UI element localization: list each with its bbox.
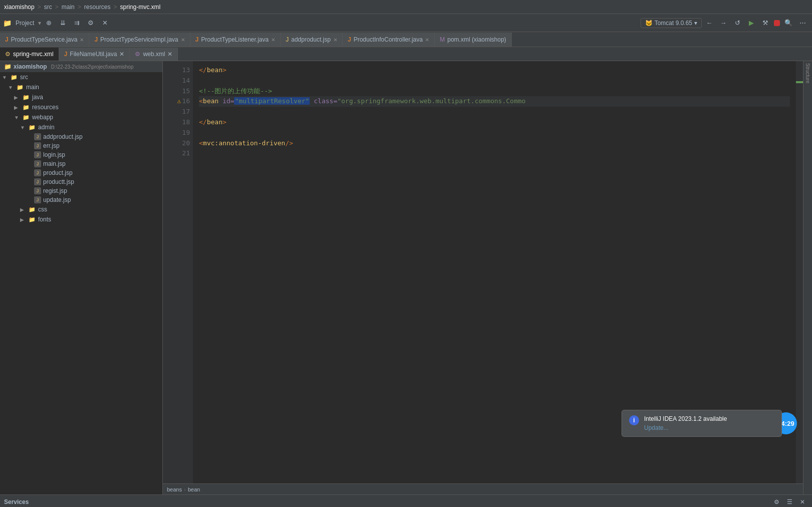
tomcat-dropdown-icon: ▾	[694, 20, 697, 27]
add-config-button[interactable]: ⊕	[42, 17, 55, 30]
close-panel-button[interactable]: ✕	[98, 17, 111, 30]
expand-all-button[interactable]: ⇊	[56, 17, 69, 30]
tab-label: pom.xml (xiaomishop)	[447, 36, 506, 43]
code-line-20: <mvc:annotation-driven/>	[199, 138, 790, 149]
notification-update-link[interactable]: Update...	[644, 424, 774, 431]
nav-forward-button[interactable]: →	[717, 17, 730, 30]
java-icon: J	[348, 36, 351, 43]
tab-close-icon[interactable]: ✕	[119, 51, 124, 58]
tree-css[interactable]: ▶ 📁 css	[0, 204, 162, 214]
notification-icon: i	[629, 415, 639, 425]
folder-icon: 📁	[28, 123, 36, 131]
breadcrumb-beans[interactable]: beans	[167, 486, 182, 492]
dropdown-icon: ▾	[38, 20, 41, 27]
build-button[interactable]: ⚒	[759, 17, 772, 30]
tab-close-icon[interactable]: ✕	[333, 37, 337, 43]
breadcrumb-bean[interactable]: bean	[188, 486, 200, 492]
code-line-19	[199, 128, 790, 138]
line-numbers: 13 14 15 ⚠16 17 18 19 20 21	[163, 61, 193, 483]
search-everywhere-button[interactable]: 🔍	[782, 17, 795, 30]
code-line-16: <bean id="multipartResolver" class="org.…	[199, 96, 790, 107]
tree-fonts[interactable]: ▶ 📁 fonts	[0, 214, 162, 224]
tree-label: admin	[38, 124, 55, 131]
title-part-2: main	[62, 4, 75, 11]
tree-update-jsp[interactable]: J update.jsp	[0, 195, 162, 204]
tab-ProductTypeListener[interactable]: J ProductTypeListener.java ✕	[190, 33, 281, 47]
arrow-icon: ▼	[2, 75, 8, 80]
file-icon: J	[34, 133, 41, 140]
tree-label: java	[32, 94, 43, 101]
arrow-icon: ▶	[14, 105, 20, 110]
file-icon: J	[34, 151, 41, 158]
folder-icon: 📁	[28, 215, 36, 223]
reload-button[interactable]: ↺	[731, 17, 744, 30]
more-actions-button[interactable]: ⋯	[796, 17, 809, 30]
tab-ProductTypeServiceImpl[interactable]: J ProductTypeServiceImpl.java ✕	[89, 33, 190, 47]
tree-main[interactable]: ▼ 📁 main	[0, 82, 162, 92]
tree-webapp[interactable]: ▼ 📁 webapp	[0, 112, 162, 122]
tab-FileNameUtil[interactable]: J FileNameUtil.java ✕	[59, 48, 130, 61]
tab-spring-mvc[interactable]: ⚙ spring-mvc.xml	[0, 48, 59, 61]
tree-product-jsp[interactable]: J product.jsp	[0, 168, 162, 177]
code-line-14	[199, 76, 790, 86]
project-icon: 📁	[3, 19, 12, 27]
tree-label: regist.jsp	[43, 187, 67, 194]
tab-close-icon[interactable]: ✕	[80, 37, 84, 43]
folder-icon: 📁	[22, 113, 30, 121]
stop-button[interactable]	[774, 20, 780, 26]
file-tabs-row1: J ProductTypeService.java ✕ J ProductTyp…	[0, 32, 812, 47]
tree-main-jsp[interactable]: J main.jsp	[0, 159, 162, 168]
project-root-item[interactable]: 📁 xiaomishop D:\22-23-2\class2\project\x…	[0, 61, 162, 72]
services-settings-icon[interactable]: ⚙	[771, 496, 782, 508]
tab-web-xml[interactable]: ⚙ web.xml ✕	[130, 48, 178, 61]
project-label: Project	[13, 20, 37, 27]
tab-label: ProductInfoController.java	[353, 36, 423, 43]
tab-label: ProductTypeService.java	[11, 36, 78, 43]
file-icon: J	[34, 196, 41, 203]
services-close-icon[interactable]: ✕	[797, 496, 808, 508]
services-gear-icon[interactable]: ☰	[784, 496, 795, 508]
tab-label: ProductTypeServiceImpl.java	[100, 36, 178, 43]
tree-label: productt.jsp	[43, 178, 74, 185]
tree-regist-jsp[interactable]: J regist.jsp	[0, 186, 162, 195]
tree-label: err.jsp	[43, 142, 60, 149]
tree-addproduct-jsp[interactable]: J addproduct.jsp	[0, 132, 162, 141]
tab-close-icon[interactable]: ✕	[425, 37, 429, 43]
code-line-21	[199, 148, 790, 159]
arrow-icon: ▼	[8, 85, 14, 90]
tab-ProductInfoController[interactable]: J ProductInfoController.java ✕	[343, 33, 435, 47]
breadcrumb-bar: beans › bean	[163, 483, 803, 494]
tree-login-jsp[interactable]: J login.jsp	[0, 150, 162, 159]
settings-button[interactable]: ⚙	[84, 17, 97, 30]
arrow-icon: ▼	[14, 115, 20, 120]
nav-back-button[interactable]: ←	[703, 17, 716, 30]
tab-close-icon[interactable]: ✕	[167, 51, 172, 58]
tree-resources[interactable]: ▶ 📁 resources	[0, 102, 162, 112]
tab-ProductTypeService[interactable]: J ProductTypeService.java ✕	[0, 33, 89, 47]
tree-java[interactable]: ▶ 📁 java	[0, 92, 162, 102]
tab-addproduct[interactable]: J addproduct.jsp ✕	[281, 33, 343, 47]
tree-err-jsp[interactable]: J err.jsp	[0, 141, 162, 150]
tab-close-icon[interactable]: ✕	[181, 37, 185, 43]
services-panel: Services ⚙ ☰ ✕ ▶ ⬛ ⚙ ▽ 🐛 + ▼ 🐱 Tomcat Se…	[0, 494, 812, 507]
line-number: 14	[163, 76, 193, 86]
tomcat-version-badge: 🐱 Tomcat 9.0.65 ▾	[641, 18, 702, 28]
tree-label: webapp	[32, 114, 53, 121]
collapse-all-button[interactable]: ⇉	[70, 17, 83, 30]
tree-admin[interactable]: ▼ 📁 admin	[0, 122, 162, 132]
tomcat-version: Tomcat 9.0.65	[655, 20, 692, 27]
java-icon: J	[94, 36, 98, 43]
tree-productt-jsp[interactable]: J productt.jsp	[0, 177, 162, 186]
warning-gutter-icon: ⚠	[177, 96, 181, 107]
file-icon: J	[34, 169, 41, 176]
arrow-icon: ▶	[20, 217, 26, 222]
project-panel: 📁 xiaomishop D:\22-23-2\class2\project\x…	[0, 61, 163, 494]
tab-pom[interactable]: M pom.xml (xiaomishop)	[435, 33, 511, 47]
tree-label: product.jsp	[43, 169, 73, 176]
tab-close-icon[interactable]: ✕	[271, 37, 275, 43]
tab-label: ProductTypeListener.java	[201, 36, 269, 43]
run-button[interactable]: ▶	[745, 17, 758, 30]
tree-label: resources	[32, 104, 59, 111]
services-header: Services ⚙ ☰ ✕	[0, 495, 812, 507]
tree-src[interactable]: ▼ 📁 src	[0, 72, 162, 82]
